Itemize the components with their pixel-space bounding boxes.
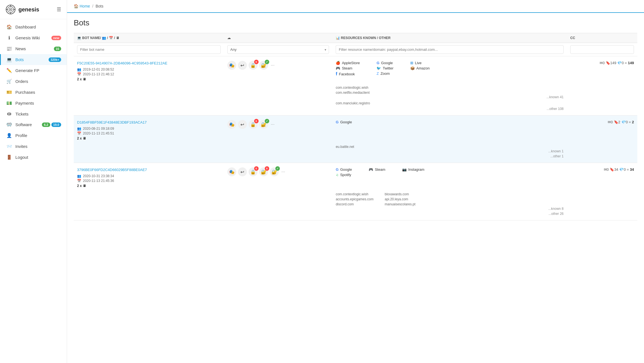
- resource-item: G Google: [336, 120, 352, 124]
- resource-item: 🍎 AppleStore: [336, 61, 360, 65]
- filter-resource-input[interactable]: [336, 45, 564, 54]
- filter-dropdown[interactable]: Any: [227, 45, 329, 54]
- tag-icon: 🎟: [6, 111, 12, 116]
- bot1-detail2: [224, 82, 333, 116]
- breadcrumb-home-link[interactable]: 🏠 Home: [74, 4, 90, 8]
- sidebar-item-bots[interactable]: 💻 Bots 320k+: [0, 54, 67, 65]
- sidebar-item-news[interactable]: 📰 News 15: [0, 43, 67, 54]
- sidebar-item-profile[interactable]: 👤 Profile: [0, 130, 67, 141]
- sidebar-item-invites[interactable]: 📨 Invites: [0, 141, 67, 152]
- sidebar-item-payments[interactable]: 💵 Payments: [0, 98, 67, 109]
- resource-item: 🎮 Steam: [336, 66, 360, 70]
- domain-item: com.contextlogic.wish: [336, 86, 564, 90]
- filter-count-input[interactable]: [570, 45, 634, 54]
- gem-icon: 💎: [617, 61, 622, 65]
- ticket-icon: 🎫: [6, 90, 12, 95]
- filter-botname-input[interactable]: [77, 45, 221, 54]
- bot3-resources-col3: 📷 Instagram: [402, 167, 424, 178]
- bot1-icons: 🎭 ↩ 🔒 0 🔐 ✓ ···: [227, 61, 329, 70]
- sidebar-item-dashboard[interactable]: 🏠 Dashboard: [0, 21, 67, 32]
- apple-icon: 🍎: [336, 61, 340, 65]
- domain-item: manuaisescolares.pt: [385, 202, 416, 206]
- fingerprint6-badge: 0: [265, 166, 269, 171]
- zoom-icon: Z: [376, 71, 379, 76]
- resource-item: 📦 Amazon: [410, 66, 430, 70]
- sidebar-item-generate-fp[interactable]: ✏️ Generate FP: [0, 65, 67, 76]
- main-content: 🏠 Home / Bots Bots 💻 BOT NAME/ 👥 / 📅 / 🖥: [67, 0, 644, 363]
- monitor-icon: 🖥: [83, 77, 86, 81]
- bot1-detail1: [74, 82, 224, 116]
- bot2-detail3: [567, 141, 637, 163]
- bot1-known-count: ...known 41: [336, 95, 564, 99]
- sidebar-item-software[interactable]: 🥽 Software 6.2 19.0: [0, 119, 67, 130]
- bot3-date1-row: 👥 2020-10-31 23:38:34: [77, 174, 221, 178]
- resource-item: G Google: [376, 61, 393, 65]
- bot1-domains-cell: com.contextlogic.wish com.netflix.mediac…: [332, 82, 567, 116]
- bot1-link[interactable]: F5C20E55-9414907A-2DB46096-4C959543-8FE2…: [77, 61, 167, 65]
- sidebar-item-label: Logout: [15, 155, 61, 160]
- screen-icon: 🖥: [116, 36, 119, 40]
- sidebar-item-logout[interactable]: 🚪 Logout: [0, 152, 67, 163]
- bot3-resources-cell: G Google ♫ Spotify 🎮 Steam 📷 Instagram: [332, 163, 567, 189]
- breadcrumb-home-label: Home: [80, 4, 90, 8]
- sidebar-item-genesis-wiki[interactable]: ℹ Genesis Wiki new: [0, 32, 67, 43]
- bot2-link[interactable]: D1854F8BF59E1F43848E3DBF193ACA17: [77, 120, 147, 124]
- domain-item: bloxawards.com: [385, 192, 416, 196]
- resource-item: ⊞ Live: [410, 61, 430, 65]
- col-header-filter: ☁: [224, 33, 333, 43]
- gem2-icon: 💎: [621, 120, 626, 124]
- bot2-other-count: ...other 1: [336, 154, 564, 158]
- bot3-link[interactable]: 3796BE0F66FD2C4D66029B5F88BE0AE7: [77, 168, 147, 172]
- more-options-button[interactable]: ···: [271, 63, 275, 68]
- mask3-icon: 🎭: [227, 167, 236, 176]
- sidebar-item-orders[interactable]: 🛒 Orders: [0, 76, 67, 87]
- bot3-icons-cell: 🎭 ↩ 🔒 0 🔐 0 🔐: [224, 163, 333, 189]
- bot1-date2-row: 📅 2020-11-13 21:46:12: [77, 72, 221, 76]
- bot3-date2-row: 📅 2020-11-13 21:45:36: [77, 179, 221, 183]
- page-title: Bots: [74, 18, 637, 27]
- logo-text: genesis: [18, 6, 39, 13]
- logo-icon: [6, 4, 16, 15]
- fingerprint2-icon: 🔐 ✓: [259, 61, 268, 70]
- bot2-date1: 2020-08-21 09:18:09: [83, 127, 114, 131]
- bot1-date2: 2020-11-13 21:46:12: [83, 72, 114, 76]
- sidebar: genesis ☰ 🏠 Dashboard ℹ Genesis Wiki new…: [0, 0, 67, 363]
- bot1-devices: 2 x 🖥: [77, 77, 221, 81]
- sidebar-item-label: Orders: [15, 79, 61, 84]
- version-v1: 6.2: [42, 122, 50, 127]
- table-row: com.contextlogic.wish accounts.epicgames…: [74, 189, 637, 220]
- bot3-date1: 2020-10-31 23:38:34: [83, 174, 114, 178]
- bot2-name-cell: D1854F8BF59E1F43848E3DBF193ACA17 👥 2020-…: [74, 116, 224, 142]
- bot3-detail2: [224, 189, 333, 220]
- bot1-domains: com.contextlogic.wish com.netflix.mediac…: [336, 86, 564, 95]
- domain-item: com.contextlogic.wish: [336, 192, 373, 196]
- sidebar-item-tickets[interactable]: 🎟 Tickets: [0, 109, 67, 119]
- fingerprint5-badge: 0: [254, 166, 259, 171]
- sidebar-item-purchases[interactable]: 🎫 Purchases: [0, 87, 67, 98]
- sidebar-item-label: Profile: [15, 133, 61, 138]
- domain-item: api.20.leya.com: [385, 197, 416, 201]
- info-icon: ℹ: [6, 35, 12, 40]
- gem3-icon: 💎: [619, 167, 624, 172]
- sidebar-item-label: Bots: [15, 57, 45, 62]
- spotify-icon: ♫: [336, 173, 338, 177]
- sidebar-item-label: Genesis Wiki: [15, 35, 48, 40]
- bot1-date1-row: 👥 2019-12-01 20:08:52: [77, 68, 221, 71]
- bot1-resources-col1: 🍎 AppleStore 🎮 Steam f Facebook: [336, 61, 360, 78]
- bot2-known-count: ...known 1: [336, 149, 564, 153]
- more-options2-button[interactable]: ···: [271, 122, 275, 127]
- bot1-resources-col3: ⊞ Live 📦 Amazon: [410, 61, 430, 78]
- sidebar-navigation: 🏠 Dashboard ℹ Genesis Wiki new 📰 News 15…: [0, 19, 67, 165]
- bookmark2-icon: 🔖: [614, 120, 618, 124]
- more-options3-button[interactable]: ···: [282, 169, 285, 174]
- sidebar-item-label: Dashboard: [15, 25, 61, 29]
- domain-item: com.netflix.mediaclient: [336, 91, 564, 95]
- bot1-domains2: com.manciukic.registro: [336, 101, 564, 106]
- bot1-detail3: [567, 82, 637, 116]
- domain-item: discord.com: [336, 202, 373, 206]
- breadcrumb-separator: /: [92, 4, 93, 8]
- fingerprint6-icon: 🔐 0: [259, 167, 268, 176]
- hamburger-icon[interactable]: ☰: [57, 6, 61, 13]
- monitor3-icon: 🖥: [83, 184, 86, 188]
- table-row: eu.battle.net ...known 1 ...other 1: [74, 141, 637, 163]
